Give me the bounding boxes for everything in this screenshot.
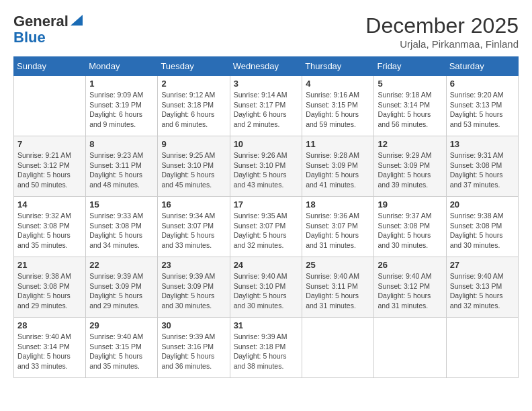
day-info: Sunrise: 9:39 AM Sunset: 3:09 PM Dayligh…	[89, 271, 154, 311]
day-info: Sunrise: 9:39 AM Sunset: 3:18 PM Dayligh…	[234, 332, 299, 371]
calendar-cell: 11Sunrise: 9:28 AM Sunset: 3:09 PM Dayli…	[302, 136, 374, 197]
month-year-heading: December 2025	[365, 13, 519, 38]
day-number: 13	[450, 139, 515, 149]
calendar-cell	[14, 76, 86, 136]
calendar-cell: 25Sunrise: 9:40 AM Sunset: 3:11 PM Dayli…	[302, 257, 374, 318]
calendar-cell: 23Sunrise: 9:39 AM Sunset: 3:09 PM Dayli…	[158, 257, 230, 318]
calendar-cell: 10Sunrise: 9:26 AM Sunset: 3:10 PM Dayli…	[230, 136, 302, 197]
day-number: 29	[89, 320, 154, 330]
day-number: 20	[450, 199, 515, 210]
calendar-cell: 8Sunrise: 9:23 AM Sunset: 3:11 PM Daylig…	[86, 136, 158, 197]
day-info: Sunrise: 9:38 AM Sunset: 3:08 PM Dayligh…	[17, 271, 82, 311]
logo: General Blue	[13, 13, 83, 46]
day-number: 18	[306, 199, 370, 210]
weekday-header-monday: Monday	[86, 57, 158, 76]
day-info: Sunrise: 9:12 AM Sunset: 3:18 PM Dayligh…	[161, 90, 226, 130]
weekday-header-saturday: Saturday	[446, 57, 518, 76]
calendar-cell: 26Sunrise: 9:40 AM Sunset: 3:12 PM Dayli…	[374, 257, 446, 318]
calendar-cell: 5Sunrise: 9:18 AM Sunset: 3:14 PM Daylig…	[374, 76, 446, 136]
calendar-cell: 29Sunrise: 9:40 AM Sunset: 3:15 PM Dayli…	[86, 318, 158, 378]
calendar-table: SundayMondayTuesdayWednesdayThursdayFrid…	[13, 56, 519, 378]
calendar-cell: 12Sunrise: 9:29 AM Sunset: 3:09 PM Dayli…	[374, 136, 446, 197]
weekday-header-tuesday: Tuesday	[158, 57, 230, 76]
day-info: Sunrise: 9:40 AM Sunset: 3:14 PM Dayligh…	[17, 332, 82, 371]
day-info: Sunrise: 9:28 AM Sunset: 3:09 PM Dayligh…	[306, 150, 370, 190]
day-info: Sunrise: 9:16 AM Sunset: 3:15 PM Dayligh…	[306, 90, 370, 130]
calendar-cell: 9Sunrise: 9:25 AM Sunset: 3:10 PM Daylig…	[158, 136, 230, 197]
calendar-cell: 18Sunrise: 9:36 AM Sunset: 3:07 PM Dayli…	[302, 197, 374, 257]
calendar-cell: 4Sunrise: 9:16 AM Sunset: 3:15 PM Daylig…	[302, 76, 374, 136]
calendar-cell	[374, 318, 446, 378]
calendar-cell: 14Sunrise: 9:32 AM Sunset: 3:08 PM Dayli…	[14, 197, 86, 257]
calendar-cell	[446, 318, 518, 378]
day-info: Sunrise: 9:39 AM Sunset: 3:09 PM Dayligh…	[161, 271, 226, 311]
svg-marker-0	[71, 15, 83, 26]
calendar-cell: 21Sunrise: 9:38 AM Sunset: 3:08 PM Dayli…	[14, 257, 86, 318]
day-number: 30	[161, 320, 226, 330]
day-number: 27	[450, 260, 515, 270]
day-number: 3	[234, 79, 299, 89]
calendar-cell: 16Sunrise: 9:34 AM Sunset: 3:07 PM Dayli…	[158, 197, 230, 257]
weekday-header-sunday: Sunday	[14, 57, 86, 76]
logo-blue-text: Blue	[13, 30, 83, 46]
day-number: 23	[161, 260, 226, 270]
day-info: Sunrise: 9:09 AM Sunset: 3:19 PM Dayligh…	[89, 90, 154, 130]
logo-triangle-icon	[71, 15, 83, 26]
day-number: 5	[378, 79, 442, 89]
day-number: 25	[306, 260, 370, 270]
day-number: 7	[17, 139, 82, 149]
day-info: Sunrise: 9:18 AM Sunset: 3:14 PM Dayligh…	[378, 90, 442, 130]
day-info: Sunrise: 9:40 AM Sunset: 3:13 PM Dayligh…	[450, 271, 515, 311]
day-info: Sunrise: 9:39 AM Sunset: 3:16 PM Dayligh…	[161, 332, 226, 371]
calendar-cell: 24Sunrise: 9:40 AM Sunset: 3:10 PM Dayli…	[230, 257, 302, 318]
calendar-cell: 2Sunrise: 9:12 AM Sunset: 3:18 PM Daylig…	[158, 76, 230, 136]
weekday-header-row: SundayMondayTuesdayWednesdayThursdayFrid…	[14, 57, 519, 76]
calendar-cell: 27Sunrise: 9:40 AM Sunset: 3:13 PM Dayli…	[446, 257, 518, 318]
week-row-2: 7Sunrise: 9:21 AM Sunset: 3:12 PM Daylig…	[14, 136, 519, 197]
calendar-cell: 1Sunrise: 9:09 AM Sunset: 3:19 PM Daylig…	[86, 76, 158, 136]
day-number: 8	[89, 139, 154, 149]
calendar-cell: 28Sunrise: 9:40 AM Sunset: 3:14 PM Dayli…	[14, 318, 86, 378]
day-info: Sunrise: 9:40 AM Sunset: 3:10 PM Dayligh…	[234, 271, 299, 311]
day-info: Sunrise: 9:21 AM Sunset: 3:12 PM Dayligh…	[17, 150, 82, 190]
week-row-3: 14Sunrise: 9:32 AM Sunset: 3:08 PM Dayli…	[14, 197, 519, 257]
day-number: 1	[89, 79, 154, 89]
calendar-cell: 13Sunrise: 9:31 AM Sunset: 3:08 PM Dayli…	[446, 136, 518, 197]
calendar-cell: 31Sunrise: 9:39 AM Sunset: 3:18 PM Dayli…	[230, 318, 302, 378]
day-number: 31	[234, 320, 299, 330]
day-number: 6	[450, 79, 515, 89]
day-info: Sunrise: 9:26 AM Sunset: 3:10 PM Dayligh…	[234, 150, 299, 190]
day-number: 28	[17, 320, 82, 330]
weekday-header-thursday: Thursday	[302, 57, 374, 76]
day-number: 17	[234, 199, 299, 210]
day-info: Sunrise: 9:36 AM Sunset: 3:07 PM Dayligh…	[306, 211, 370, 250]
week-row-4: 21Sunrise: 9:38 AM Sunset: 3:08 PM Dayli…	[14, 257, 519, 318]
day-info: Sunrise: 9:40 AM Sunset: 3:12 PM Dayligh…	[378, 271, 442, 311]
calendar-cell: 17Sunrise: 9:35 AM Sunset: 3:07 PM Dayli…	[230, 197, 302, 257]
day-info: Sunrise: 9:14 AM Sunset: 3:17 PM Dayligh…	[234, 90, 299, 130]
day-info: Sunrise: 9:20 AM Sunset: 3:13 PM Dayligh…	[450, 90, 515, 130]
day-number: 2	[161, 79, 226, 89]
day-number: 22	[89, 260, 154, 270]
day-number: 9	[161, 139, 226, 149]
day-info: Sunrise: 9:32 AM Sunset: 3:08 PM Dayligh…	[17, 211, 82, 250]
calendar-cell: 30Sunrise: 9:39 AM Sunset: 3:16 PM Dayli…	[158, 318, 230, 378]
day-number: 11	[306, 139, 370, 149]
calendar-cell: 3Sunrise: 9:14 AM Sunset: 3:17 PM Daylig…	[230, 76, 302, 136]
page-header: General Blue December 2025 Urjala, Pirka…	[13, 13, 519, 50]
day-info: Sunrise: 9:35 AM Sunset: 3:07 PM Dayligh…	[234, 211, 299, 250]
day-number: 10	[234, 139, 299, 149]
day-number: 16	[161, 199, 226, 210]
day-number: 12	[378, 139, 442, 149]
weekday-header-friday: Friday	[374, 57, 446, 76]
day-number: 24	[234, 260, 299, 270]
day-info: Sunrise: 9:25 AM Sunset: 3:10 PM Dayligh…	[161, 150, 226, 190]
day-info: Sunrise: 9:31 AM Sunset: 3:08 PM Dayligh…	[450, 150, 515, 190]
calendar-cell: 6Sunrise: 9:20 AM Sunset: 3:13 PM Daylig…	[446, 76, 518, 136]
calendar-cell: 20Sunrise: 9:38 AM Sunset: 3:08 PM Dayli…	[446, 197, 518, 257]
title-block: December 2025 Urjala, Pirkanmaa, Finland	[365, 13, 519, 50]
day-number: 21	[17, 260, 82, 270]
calendar-cell: 22Sunrise: 9:39 AM Sunset: 3:09 PM Dayli…	[86, 257, 158, 318]
day-info: Sunrise: 9:29 AM Sunset: 3:09 PM Dayligh…	[378, 150, 442, 190]
day-info: Sunrise: 9:33 AM Sunset: 3:08 PM Dayligh…	[89, 211, 154, 250]
